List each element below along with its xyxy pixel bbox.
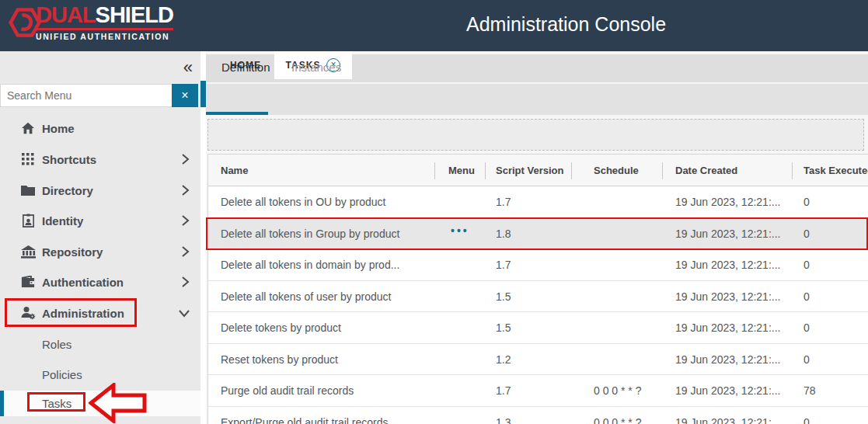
chevron-right-icon (180, 185, 190, 196)
cell-task-executed: 0 (804, 259, 810, 271)
user-gear-icon (20, 305, 36, 321)
cell-script-version: 1.3 (496, 416, 511, 424)
tab-definition[interactable]: Definition (221, 51, 270, 82)
id-card-icon (20, 213, 36, 228)
cell-date-created: 19 Jun 2023, 12:21:... (675, 228, 780, 240)
dualshield-admin-console: DUALSHIELD UNIFIED AUTHENTICATION Admini… (0, 0, 868, 424)
search-clear-button[interactable]: × (172, 84, 198, 107)
cell-name: Delete tokens by product (221, 321, 341, 334)
column-divider (792, 162, 793, 179)
cell-name: Delete all tokens in OU by product (221, 196, 385, 208)
table-row-selected[interactable]: Delete all tokens in Group by product ••… (208, 218, 868, 250)
sidebar-item-label: Home (42, 122, 75, 135)
sidebar-item-label: Repository (42, 245, 103, 259)
cell-schedule: 0 0 0 * * ? (594, 416, 642, 424)
sidebar-item-authentication[interactable]: Authentication (0, 266, 200, 297)
sidebar-item-policies[interactable]: Policies (0, 359, 200, 390)
column-divider (434, 162, 435, 179)
sidebar-item-roles[interactable]: Roles (0, 328, 200, 360)
cell-script-version: 1.7 (496, 259, 511, 271)
sidebar-item-label: Shortcuts (42, 153, 96, 166)
page-title: Administration Console (466, 13, 666, 36)
sidebar-item-label: Authentication (42, 276, 124, 289)
table-row[interactable]: Delete tokens by product 1.5 19 Jun 2023… (208, 312, 868, 344)
sidebar-item-label: Tasks (42, 397, 71, 410)
chevron-down-icon (179, 308, 190, 318)
logo-subtitle: UNIFIED AUTHENTICATION (36, 28, 173, 41)
cell-date-created: 19 Jun 2023, 12:21:... (675, 321, 780, 334)
logo-word-dual: DUAL (36, 2, 96, 27)
wallet-icon (20, 274, 36, 290)
column-header-script-version[interactable]: Script Version (496, 165, 563, 176)
table-row[interactable]: Delete all tokens in domain by prod... 1… (208, 249, 868, 281)
sidebar-item-directory[interactable]: Directory (0, 175, 200, 206)
cell-script-version: 1.8 (496, 228, 511, 240)
column-header-date-created[interactable]: Date Created (675, 165, 737, 176)
sidebar-scrollbar[interactable] (200, 51, 206, 424)
sidebar-item-administration[interactable]: Administration (0, 297, 200, 328)
sidebar-item-shortcuts[interactable]: Shortcuts (0, 144, 200, 175)
tab-definition-label: Definition (221, 61, 270, 74)
cell-script-version: 1.5 (496, 290, 511, 303)
cell-name: Export/Purge old audit trail records (221, 416, 389, 424)
column-divider (485, 162, 486, 179)
main-content: HOME TASKS × Definition Instances Name M… (206, 51, 868, 424)
grid-icon (20, 151, 36, 167)
sidebar: « × Home Shortcuts Directory (0, 51, 200, 424)
sidebar-scrollbar-thumb[interactable] (200, 81, 206, 107)
empty-toolbar-panel (207, 119, 864, 151)
table-row[interactable]: Reset tokens by product 1.2 19 Jun 2023,… (208, 344, 868, 376)
sidebar-item-label: Policies (42, 368, 82, 381)
cell-date-created: 19 Jun 2023, 12:21:... (675, 353, 780, 366)
sidebar-search: × (0, 84, 198, 107)
cell-script-version: 1.5 (496, 321, 511, 334)
column-header-schedule[interactable]: Schedule (594, 165, 639, 176)
table-row[interactable]: Delete all tokens in OU by product 1.7 1… (208, 186, 868, 218)
tab-instances[interactable]: Instances (291, 51, 341, 82)
chevron-right-icon (180, 215, 190, 226)
column-divider (662, 162, 663, 179)
table-row[interactable]: Delete all tokens of user by product 1.5… (208, 281, 868, 313)
sidebar-collapse-icon[interactable]: « (183, 57, 193, 78)
cell-name: Reset tokens by product (221, 353, 338, 366)
column-header-task-executed[interactable]: Task Executed (804, 165, 868, 176)
sidebar-item-label: Identity (42, 214, 83, 228)
row-actions-menu-icon[interactable]: ••• (451, 224, 469, 237)
cell-task-executed: 0 (804, 196, 810, 208)
cell-task-executed: 0 (804, 416, 810, 424)
cell-date-created: 19 Jun 2023, 12:21:... (675, 290, 780, 303)
sidebar-item-home[interactable]: Home (0, 113, 200, 144)
home-icon (20, 120, 36, 136)
table-row[interactable]: Export/Purge old audit trail records 1.3… (208, 407, 868, 424)
folder-icon (20, 182, 36, 198)
chevron-right-icon (180, 154, 190, 165)
search-input[interactable] (0, 84, 172, 107)
cell-task-executed: 78 (804, 384, 816, 397)
cell-schedule: 0 0 0 * * ? (594, 384, 642, 397)
sidebar-item-tasks[interactable]: Tasks (0, 391, 200, 416)
cell-task-executed: 0 (804, 228, 810, 240)
chevron-right-icon (180, 276, 190, 287)
column-header-name[interactable]: Name (221, 165, 248, 176)
chevron-right-icon (180, 246, 190, 257)
cell-date-created: 19 Jun 2023, 12:21:... (675, 259, 780, 271)
tasks-table: Name Menu Script Version Schedule Date C… (207, 154, 868, 424)
active-subtab-underline (206, 112, 268, 115)
logo-word-shield: SHIELD (96, 2, 173, 27)
table-header-row: Name Menu Script Version Schedule Date C… (208, 155, 868, 186)
table-row[interactable]: Purge old audit trail records 1.7 0 0 0 … (208, 375, 868, 407)
sidebar-item-label: Roles (42, 338, 71, 351)
cell-task-executed: 0 (804, 353, 810, 366)
column-header-menu[interactable]: Menu (448, 165, 475, 176)
bank-icon (20, 244, 36, 259)
subtab-strip (206, 84, 868, 115)
cell-script-version: 1.2 (496, 353, 511, 366)
cell-name: Delete all tokens of user by product (221, 290, 391, 303)
cell-name: Purge old audit trail records (221, 384, 354, 397)
cell-task-executed: 0 (804, 321, 810, 334)
sidebar-item-label: Directory (42, 184, 93, 197)
sidebar-item-identity[interactable]: Identity (0, 205, 200, 236)
cell-date-created: 19 Jun 2023, 12:21:... (675, 196, 780, 208)
app-header: DUALSHIELD UNIFIED AUTHENTICATION Admini… (0, 0, 868, 51)
sidebar-item-repository[interactable]: Repository (0, 236, 200, 267)
